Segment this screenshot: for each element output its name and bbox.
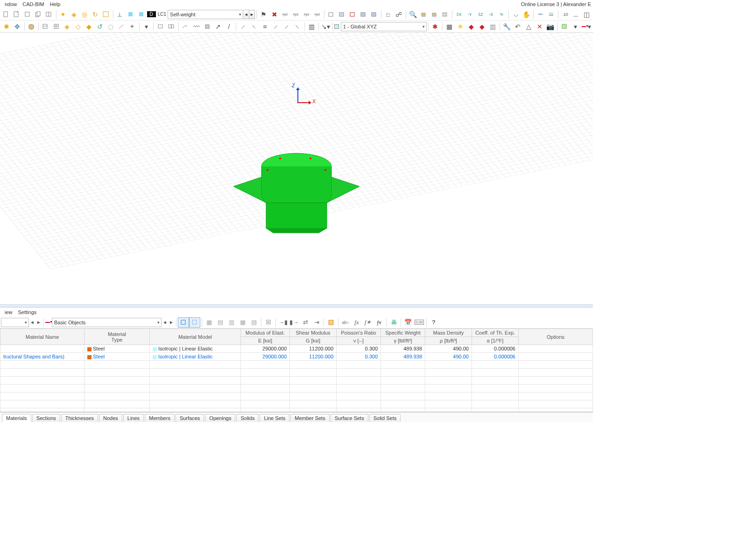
bolt4-icon[interactable] [101,9,111,20]
filter-icon[interactable]: ▾ [141,21,151,32]
support-icon[interactable]: ⏍ [383,9,393,20]
panel-prev2[interactable]: ◄ [162,318,168,327]
panel-combo1[interactable] [1,318,29,327]
pt-out-icon[interactable]: ▮→ [289,317,300,328]
g3-icon[interactable]: ◆ [466,21,476,32]
curve2-icon[interactable]: 〰 [191,21,201,32]
pt-color-icon[interactable] [325,317,337,328]
pan-icon[interactable]: ✋ [521,9,531,20]
catalog-icon[interactable] [44,9,54,20]
table-row-empty[interactable] [0,385,593,392]
xyz1-icon[interactable]: xyz [280,9,290,20]
tab-member-sets[interactable]: Member Sets [290,414,329,422]
curve1-icon[interactable] [181,21,190,32]
calendar-icon[interactable]: 📅 [402,317,414,328]
bolt2-icon[interactable]: ◈ [69,9,79,20]
delete-icon[interactable]: ✕ [535,21,544,32]
prism3-icon[interactable] [348,9,358,20]
col-G[interactable]: Shear Modulus [290,329,337,337]
cube3-icon[interactable] [440,9,450,20]
sun-icon[interactable]: ✺ [1,21,11,32]
table-row-empty[interactable] [0,377,593,385]
grid2-icon[interactable] [126,9,136,20]
panel-next1[interactable]: ► [35,318,42,327]
cube2-icon[interactable] [430,9,439,20]
table-row-empty[interactable] [0,361,593,369]
loadcase-dropdown[interactable]: Self-weight [168,10,243,19]
table-row[interactable]: SteelIsotropic | Linear Elastic29000.000… [0,345,593,353]
table-row-empty[interactable] [0,392,593,400]
pt-swap-icon[interactable]: ⇄ [300,317,311,328]
drawline-icon[interactable]: ▾ [581,21,592,32]
g2-icon[interactable]: ✳ [455,21,465,32]
axes-x1-icon[interactable]: ‡X [454,9,464,20]
menu-cadbim[interactable]: CAD-BIM [20,1,47,7]
table-row[interactable]: tructural Shapes and Bars)SteelIsotropic… [0,353,593,361]
fx-del-icon[interactable]: fx [374,317,385,328]
pt-export-icon[interactable]: ⇥ [311,317,322,328]
style1-icon[interactable] [560,21,570,32]
3d-viewport[interactable]: Z X [0,33,593,304]
ln6-icon[interactable]: ⟍ [292,21,302,32]
box-icon[interactable] [27,21,36,32]
tab-thicknesses[interactable]: Thicknesses [61,414,98,422]
panel-menu-settings[interactable]: Settings [15,309,40,315]
col-E[interactable]: Modulus of Elast. [241,329,290,337]
tab-openings[interactable]: Openings [205,414,235,422]
fx-star-icon[interactable]: f✶ [362,317,374,328]
move-icon[interactable]: ✥ [12,21,22,32]
pt-in-icon[interactable]: →▮ [277,317,289,328]
g5-icon[interactable]: ▥ [488,21,498,32]
ln3-icon[interactable]: ≡ [260,21,270,32]
prism5-icon[interactable] [369,9,379,20]
bolt3-icon[interactable]: ↻ [91,9,100,20]
sheets-icon[interactable] [34,9,43,20]
col-rho[interactable]: Mass Density [425,329,472,337]
xyz4-icon[interactable]: xyz [312,9,322,20]
tab-line-sets[interactable]: Line Sets [260,414,289,422]
flag-icon[interactable]: ⚑ [259,9,268,20]
mirror-icon[interactable]: △ [524,21,534,32]
sect-icon[interactable]: ▥ [307,21,317,32]
tab-materials[interactable]: Materials [2,414,31,422]
xmark-icon[interactable]: ✖ [269,9,279,20]
g4-icon[interactable]: ◆ [477,21,487,32]
axes-mx-icon[interactable]: -X [486,9,496,20]
panel-prev1[interactable]: ◄ [29,318,35,327]
cube1-icon[interactable] [419,9,429,20]
lc-prev-button[interactable]: ◄ [243,10,249,19]
mesh1-icon[interactable] [41,21,50,32]
tab-sections[interactable]: Sections [32,414,60,422]
xyz3-icon[interactable]: xyz [302,9,311,20]
layer2-icon[interactable] [546,9,556,20]
pt-row-icon[interactable]: ▥ [226,317,237,328]
tab-surfaces[interactable]: Surfaces [176,414,204,422]
ln1-icon[interactable]: ⟋ [238,21,248,32]
prism1-icon[interactable] [326,9,336,20]
prism2-icon[interactable] [337,9,347,20]
fx-icon[interactable]: fx [351,317,362,328]
axes-rot-icon[interactable]: ↻ [497,9,507,20]
mesh7-icon[interactable]: ◌ [106,21,115,32]
tab-nodes[interactable]: Nodes [99,414,122,422]
mesh3-icon[interactable]: ◈ [62,21,72,32]
g1-icon[interactable]: ▦ [444,21,454,32]
sheet-icon[interactable] [23,9,33,20]
mesh6-icon[interactable]: ↺ [95,21,105,32]
camera-icon[interactable]: 📷 [545,21,555,32]
coord-system-dropdown[interactable]: 1 - Global XYZ [341,22,427,31]
pt-del-icon[interactable]: ▤ [215,317,226,328]
col-options[interactable]: Options [519,329,593,345]
ln2-icon[interactable]: ⟍ [249,21,259,32]
mesh8-icon[interactable] [117,21,127,32]
basic-objects-dropdown[interactable]: Basic Objects [52,318,162,327]
tab-solid-sets[interactable]: Solid Sets [369,414,401,422]
cube4-icon[interactable] [202,21,212,32]
zoom-icon[interactable]: 🔍 [408,9,418,20]
col-gamma[interactable]: Specific Weight [381,329,425,337]
panel-menu-view[interactable]: iew [2,309,15,315]
dec-icon[interactable]: .10 [560,9,570,20]
col-name[interactable]: Material Name [0,329,85,345]
print-icon[interactable]: 🖶 [388,317,399,328]
select-mode2-icon[interactable] [189,317,200,328]
